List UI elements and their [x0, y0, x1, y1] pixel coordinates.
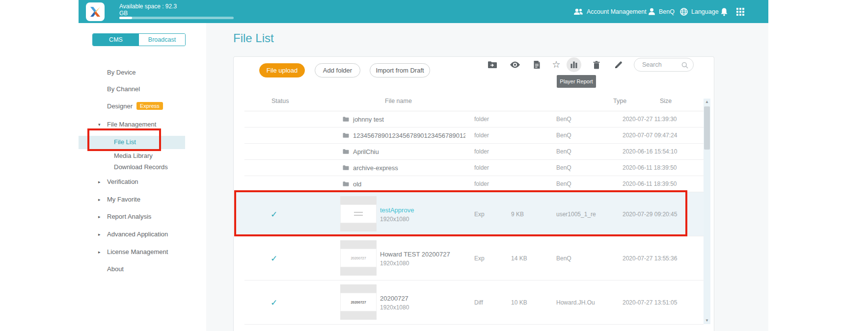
favorite-star-icon: ☆ — [552, 60, 560, 70]
table-row-folder[interactable]: johnny test folder BenQ 2020-07-27 11:39… — [244, 111, 704, 127]
page-title: File List — [233, 31, 274, 45]
cell-size: 10 KB — [511, 299, 527, 306]
preview-button[interactable] — [510, 59, 520, 70]
account-management-button[interactable]: Account Management — [573, 0, 647, 23]
player-report-chart-icon — [570, 61, 578, 69]
edit-pencil-icon — [614, 60, 623, 69]
sidebar-item-report-analysis[interactable]: ▸ Report Analysis — [79, 211, 206, 222]
apps-grid-icon — [736, 8, 744, 16]
cell-owner: BenQ — [556, 148, 571, 155]
file-name[interactable]: Howard TEST 20200727 — [380, 250, 450, 257]
cell-size: 14 KB — [511, 255, 527, 262]
folder-icon — [343, 165, 349, 171]
cell-type: Exp — [474, 255, 485, 262]
table-row-folder[interactable]: archive-express folder BenQ 2020-06-11 1… — [244, 160, 704, 176]
cell-owner: user1005_1_re — [556, 211, 596, 218]
sidebar-item-file-management[interactable]: ▾ File Management — [79, 119, 206, 130]
cell-date: 2020-06-16 15:54:10 — [623, 148, 677, 155]
edit-button[interactable] — [613, 59, 624, 70]
sidebar-item-advanced-application[interactable]: ▸ Advanced Application — [79, 229, 206, 240]
user-menu[interactable]: BenQ — [648, 0, 675, 23]
sidebar-item-download-records[interactable]: Download Records — [79, 162, 206, 173]
sidebar-item-license-management[interactable]: ▸ License Management — [79, 247, 206, 257]
folder-name: AprilChiu — [353, 148, 379, 155]
delete-button[interactable] — [591, 59, 602, 70]
favorite-button[interactable]: ☆ — [551, 59, 562, 70]
cell-date: 2020-07-07 09:47:24 — [623, 132, 677, 139]
cell-size: 9 KB — [511, 211, 524, 218]
file-thumbnail[interactable]: 20200727 — [340, 284, 377, 321]
table-row-folder[interactable]: 1234567890123456789012345678901234567...… — [244, 127, 704, 144]
file-thumbnail[interactable] — [340, 196, 377, 232]
user-name-label: BenQ — [659, 8, 675, 15]
table-body: johnny test folder BenQ 2020-07-27 11:39… — [244, 111, 704, 325]
sidebar-item-media-library[interactable]: Media Library — [79, 151, 206, 161]
table-row-folder[interactable]: old folder BenQ 2020-06-11 18:39:50 — [244, 176, 704, 192]
search-input[interactable] — [642, 59, 681, 71]
chevron-right-icon: ▸ — [98, 247, 101, 257]
bell-icon — [720, 7, 728, 16]
sidebar-item-about[interactable]: About — [79, 264, 206, 275]
sidebar: CMS Broadcast By Device By Channel Desig… — [79, 23, 206, 331]
column-header-type: Type — [613, 98, 626, 104]
scrollbar-thumb[interactable] — [704, 106, 710, 150]
notifications-button[interactable] — [720, 0, 728, 23]
add-folder-button[interactable]: Add folder — [315, 63, 360, 77]
tab-cms[interactable]: CMS — [93, 34, 139, 46]
thumbnail-label: 20200727 — [351, 256, 366, 260]
scroll-up-arrow[interactable]: ▲ — [704, 99, 710, 105]
column-header-size: Size — [660, 98, 672, 104]
cell-owner: BenQ — [556, 255, 571, 262]
file-resolution: 1920x1080 — [380, 215, 414, 222]
folder-name: 1234567890123456789012345678901234567... — [353, 132, 465, 139]
tab-broadcast[interactable]: Broadcast — [139, 34, 185, 46]
chevron-right-icon: ▸ — [98, 177, 101, 187]
column-header-file-name: File name — [385, 98, 412, 104]
file-list-panel: File upload Add folder Import from Draft — [233, 56, 714, 331]
cell-date: 2020-06-11 18:39:50 — [623, 164, 677, 171]
folder-icon — [343, 133, 349, 138]
preview-eye-icon — [510, 61, 520, 68]
file-detail-button[interactable] — [531, 59, 542, 70]
xsign-logo[interactable] — [86, 2, 105, 21]
cell-date: 2020-07-27 11:39:30 — [623, 116, 677, 123]
file-resolution: 1920x1080 — [380, 259, 450, 266]
table-row-file-selected[interactable]: ✓ testApprove 1920x1080 Exp 9 KB user100… — [244, 192, 704, 236]
delete-trash-icon — [593, 61, 600, 69]
player-report-button[interactable] — [569, 59, 579, 70]
sidebar-item-designer[interactable]: DesignerExpress — [79, 101, 206, 112]
vertical-scrollbar[interactable]: ▲ ▼ — [704, 99, 710, 324]
sidebar-item-file-list[interactable]: File List — [79, 137, 206, 148]
cell-date: 2020-07-27 13:51:05 — [623, 299, 677, 306]
file-resolution: 1920x1080 — [380, 304, 409, 310]
apps-launcher-button[interactable] — [736, 0, 744, 23]
space-usage-bar — [119, 17, 234, 19]
table-row-file[interactable]: ✓ 20200727 20200727 1920x1080 Diff 10 KB… — [244, 280, 704, 325]
available-space-label: Available space : 92.3 GB — [119, 3, 177, 17]
sidebar-item-my-favorite[interactable]: ▸ My Favorite — [79, 194, 206, 205]
status-approved-icon: ✓ — [268, 209, 280, 219]
file-name-link[interactable]: testApprove — [380, 206, 414, 213]
sidebar-item-verification[interactable]: ▸ Verification — [79, 177, 206, 187]
table-row-file[interactable]: ✓ 20200727 Howard TEST 20200727 1920x108… — [244, 236, 704, 280]
sidebar-item-by-device[interactable]: By Device — [79, 67, 206, 78]
player-report-tooltip: Player Report — [557, 75, 596, 88]
account-management-label: Account Management — [587, 8, 647, 15]
folder-icon — [343, 117, 349, 122]
thumbnail-placeholder-lines — [340, 204, 377, 223]
file-upload-button[interactable]: File upload — [259, 63, 305, 77]
file-name[interactable]: 20200727 — [380, 294, 409, 302]
language-menu[interactable]: Language — [680, 0, 719, 23]
search-icon[interactable] — [681, 62, 688, 69]
cell-owner: BenQ — [556, 164, 571, 171]
scroll-down-arrow[interactable]: ▼ — [704, 317, 710, 324]
folder-name: archive-express — [353, 164, 398, 172]
status-approved-icon: ✓ — [268, 297, 280, 307]
import-from-draft-button[interactable]: Import from Draft — [370, 63, 430, 77]
search-box — [634, 58, 694, 72]
move-to-folder-button[interactable] — [487, 59, 498, 70]
chevron-right-icon: ▸ — [98, 211, 101, 222]
table-row-folder[interactable]: AprilChiu folder BenQ 2020-06-16 15:54:1… — [244, 144, 704, 160]
file-thumbnail[interactable]: 20200727 — [340, 240, 377, 277]
sidebar-item-by-channel[interactable]: By Channel — [79, 84, 206, 95]
